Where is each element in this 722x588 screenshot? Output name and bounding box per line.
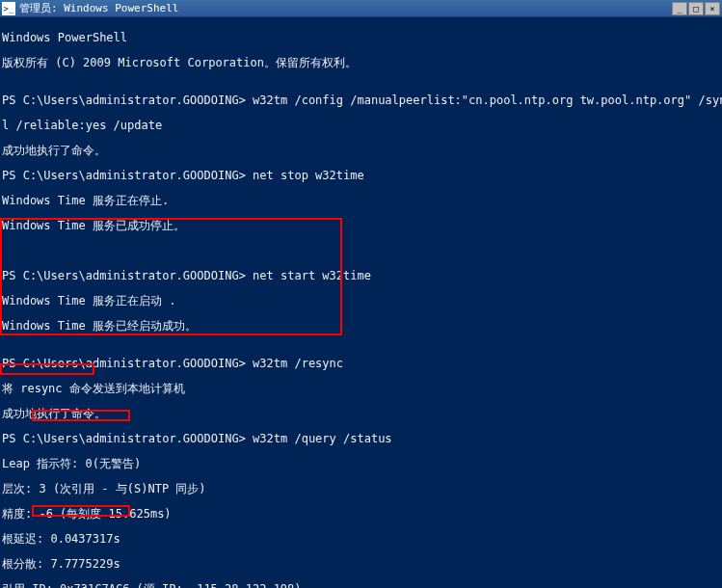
output-line: Leap 指示符: 0(无警告) <box>2 458 720 470</box>
output-line: PS C:\Users\administrator.GOODOING> w32t… <box>2 433 720 445</box>
output-line: PS C:\Users\administrator.GOODOING> w32t… <box>2 94 720 107</box>
close-button[interactable]: × <box>705 2 720 15</box>
output-line: 成功地执行了命令。 <box>2 145 720 157</box>
output-line: PS C:\Users\administrator.GOODOING> net … <box>2 270 720 282</box>
terminal-output[interactable]: Windows PowerShell 版权所有 (C) 2009 Microso… <box>0 17 722 588</box>
maximize-button[interactable]: □ <box>688 2 704 15</box>
output-line: 成功地执行了命令。 <box>2 408 720 420</box>
output-line: 精度: -6 (每刻度 15.625ms) <box>2 508 720 521</box>
output-line: 层次: 3 (次引用 - 与(S)NTP 同步) <box>2 483 720 495</box>
output-line: Windows Time 服务已成功停止。 <box>2 220 720 232</box>
window-title: 管理员: Windows PowerShell <box>19 1 672 15</box>
window-titlebar: >_ 管理员: Windows PowerShell _ □ × <box>0 0 722 17</box>
output-line: Windows Time 服务正在启动 . <box>2 295 720 307</box>
window-controls: _ □ × <box>672 2 720 15</box>
minimize-button[interactable]: _ <box>672 2 687 15</box>
output-line: 版权所有 (C) 2009 Microsoft Corporation。保留所有… <box>2 57 720 69</box>
output-line: Windows PowerShell <box>2 32 720 44</box>
output-line: l /reliable:yes /update <box>2 120 720 132</box>
output-line: 将 resync 命令发送到本地计算机 <box>2 383 720 395</box>
output-line: PS C:\Users\administrator.GOODOING> w32t… <box>2 358 720 370</box>
output-line: Windows Time 服务正在停止. <box>2 195 720 207</box>
output-line: PS C:\Users\administrator.GOODOING> net … <box>2 170 720 182</box>
output-line: 根分散: 7.7775229s <box>2 558 720 571</box>
output-line: Windows Time 服务已经启动成功。 <box>2 320 720 333</box>
output-line: 引用 ID: 0x731C7AC6 (源 IP: 115.28.122.198) <box>2 583 720 588</box>
output-line: 根延迟: 0.0437317s <box>2 533 720 546</box>
powershell-icon: >_ <box>2 2 15 15</box>
